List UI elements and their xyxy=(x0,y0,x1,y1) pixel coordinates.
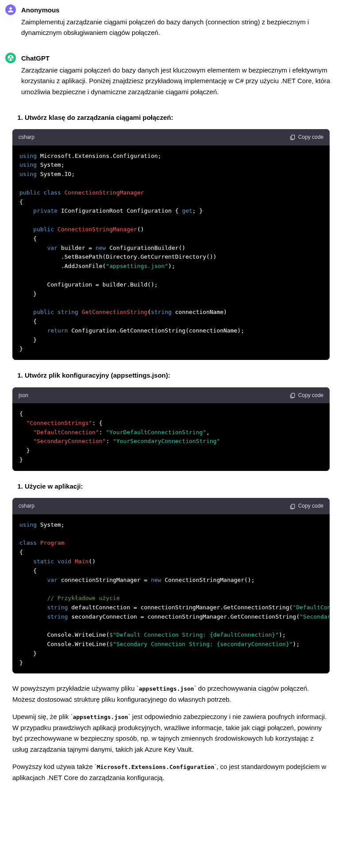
step-3-heading: Użycie w aplikacji: xyxy=(5,481,337,492)
copy-label: Copy code xyxy=(298,501,323,510)
code-lang: csharp xyxy=(19,133,34,141)
outro-p3: Powyższy kod używa także `Microsoft.Exte… xyxy=(12,761,330,784)
copy-button[interactable]: Copy code xyxy=(289,133,323,141)
bot-name: ChatGPT xyxy=(21,53,337,64)
copy-button[interactable]: Copy code xyxy=(289,501,323,510)
clipboard-icon xyxy=(289,503,296,509)
step-3-label: Użycie w aplikacji: xyxy=(25,481,337,492)
code-block-3: csharp Copy code using System; class Pro… xyxy=(12,498,330,673)
user-avatar xyxy=(5,4,16,15)
step-1-label: Utwórz klasę do zarządzania ciągami połą… xyxy=(25,112,337,123)
step-2-label: Utwórz plik konfiguracyjny (appsettings.… xyxy=(25,370,337,381)
step-2-heading: Utwórz plik konfiguracyjny (appsettings.… xyxy=(5,370,337,381)
inline-code: appsettings.json xyxy=(139,685,194,692)
code-lang: json xyxy=(19,391,28,400)
bot-intro: Zarządzanie ciągami połączeń do bazy dan… xyxy=(21,65,337,98)
svg-rect-2 xyxy=(291,504,294,508)
clipboard-icon xyxy=(289,134,296,140)
outro-section: W powyższym przykładzie używamy pliku `a… xyxy=(0,683,342,783)
outro-p2: Upewnij się, że plik `appsettings.json` … xyxy=(12,711,330,755)
user-text: Zaimplementuj zarządzanie ciągami połącz… xyxy=(21,17,337,39)
user-name: Anonymous xyxy=(21,4,337,16)
copy-button[interactable]: Copy code xyxy=(289,391,323,400)
step-1-heading: Utwórz klasę do zarządzania ciągami połą… xyxy=(5,112,337,123)
bot-avatar xyxy=(5,53,16,63)
outro-p1: W powyższym przykładzie używamy pliku `a… xyxy=(12,683,330,705)
inline-code: Microsoft.Extensions.Configuration xyxy=(97,764,214,770)
code-lang: csharp xyxy=(19,501,34,510)
copy-label: Copy code xyxy=(298,133,323,141)
svg-rect-0 xyxy=(291,135,294,139)
code-block-1: csharp Copy code using Microsoft.Extensi… xyxy=(12,129,330,360)
user-message: Anonymous Zaimplementuj zarządzanie ciąg… xyxy=(0,4,342,45)
code-content-2[interactable]: { "ConnectionStrings": { "DefaultConnect… xyxy=(12,403,330,471)
inline-code: appsettings.json xyxy=(73,714,128,720)
svg-rect-1 xyxy=(291,393,294,397)
copy-label: Copy code xyxy=(298,391,323,400)
bot-message: ChatGPT Zarządzanie ciągami połączeń do … xyxy=(0,53,342,104)
code-content-3[interactable]: using System; class Program { static voi… xyxy=(12,514,330,674)
code-content-1[interactable]: using Microsoft.Extensions.Configuration… xyxy=(12,145,330,360)
clipboard-icon xyxy=(289,392,296,398)
code-block-2: json Copy code { "ConnectionStrings": { … xyxy=(12,387,330,471)
